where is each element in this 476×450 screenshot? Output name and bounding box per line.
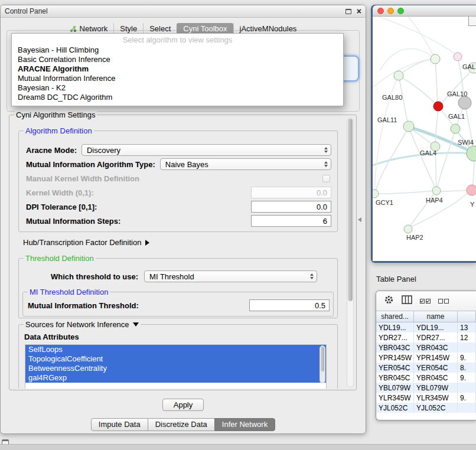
manual-kernel-label: Manual Kernel Width Definition <box>26 174 139 183</box>
attribute-item-gal4rgexp[interactable]: gal4RGexp <box>25 373 326 383</box>
network-node-hap4-node[interactable] <box>432 187 441 195</box>
algorithm-option-bayesian-hill-climbing[interactable]: Bayesian - Hill Climbing <box>12 45 343 55</box>
close-window-icon[interactable]: × <box>357 7 361 15</box>
algorithm-option-aracne-algorithm[interactable]: ARACNE Algorithm <box>12 64 343 74</box>
table-row[interactable]: YDL19...YDL19...13 <box>376 322 476 332</box>
attribute-item-betweennesscentrality[interactable]: BetweennessCentrality <box>25 364 326 373</box>
table-row[interactable]: YBL079WYBL079W <box>376 383 476 393</box>
apply-button[interactable]: Apply <box>162 399 204 411</box>
network-node-node-pink-right[interactable] <box>467 185 476 195</box>
settings-scrollbar[interactable] <box>347 118 354 387</box>
table-row[interactable]: YER054CYER054C8. <box>376 363 476 373</box>
network-node-label: SWI4 <box>458 139 474 146</box>
table-cell: YBR045C <box>414 373 458 383</box>
network-node-label: HAP4 <box>426 197 443 204</box>
algorithm-option-dream8-dc-tdc-algorithm[interactable]: Dream8 DC_TDC Algorithm <box>12 93 343 102</box>
tab-label: Network <box>80 24 108 34</box>
network-node-label: Y <box>470 201 475 208</box>
column-header-shared[interactable]: shared... <box>376 311 414 322</box>
column-header-name[interactable]: name <box>414 311 458 322</box>
kernel-width-field[interactable]: 0.0 <box>251 187 331 198</box>
attributes-scrollbar[interactable] <box>319 345 325 383</box>
table-cell: YDL19... <box>376 322 414 332</box>
bottom-tab-impute-data[interactable]: Impute Data <box>91 418 148 431</box>
attr-items: SelfLoopsTopologicalCoefficientBetweenne… <box>25 345 326 383</box>
dpi-tolerance-value: 0.0 <box>317 203 327 211</box>
sources-group-title-text: Sources for Network Inference <box>25 320 129 329</box>
table-row[interactable]: YBR043CYBR043C <box>376 343 476 353</box>
network-node-swi4[interactable] <box>467 146 476 161</box>
network-node-label: GAL11 <box>377 116 397 123</box>
zoom-traffic-light[interactable] <box>397 8 404 14</box>
table-cell: YBL079W <box>414 383 458 393</box>
algorithm-dropdown-popup: Select algorithm to view settings Bayesi… <box>11 33 344 106</box>
which-threshold-combo[interactable]: MI Threshold <box>144 270 317 282</box>
mi-threshold-value: 0.5 <box>315 301 325 310</box>
bottom-tabs: Impute DataDiscretize DataInfer Network <box>1 418 366 431</box>
control-panel-titlebar[interactable]: Control Panel × <box>1 5 366 18</box>
dpi-tolerance-row: DPI Tolerance [0,1]: 0.0 <box>26 201 331 213</box>
algorithm-option-basic-correlation-inference[interactable]: Basic Correlation Inference <box>12 55 343 64</box>
kernel-width-value: 0.0 <box>317 188 327 197</box>
column-header-extra[interactable] <box>458 311 476 322</box>
table-row[interactable]: YLR345WYLR345W9. <box>376 393 476 403</box>
network-node-gal11[interactable] <box>403 121 414 132</box>
attributes-scrollbar-thumb[interactable] <box>321 347 324 371</box>
desktop: Control Panel × NetworkStyleSelectCyni T… <box>0 0 476 450</box>
network-node-node-gray[interactable] <box>458 96 471 109</box>
network-canvas[interactable]: GAL80GAL10GAL11GAL1SWI4GAL4GALGCY1HAP4HA… <box>373 17 476 261</box>
sources-group-title[interactable]: Sources for Network Inference <box>24 320 141 329</box>
table-row[interactable]: YJL052CYJL052C <box>376 403 476 413</box>
network-window-titlebar[interactable] <box>373 5 476 17</box>
table-cell <box>458 403 476 413</box>
float-window-icon[interactable] <box>345 9 351 14</box>
table-cell: 13 <box>458 322 476 332</box>
table-cell: YJL052C <box>414 403 458 413</box>
aracne-mode-combo[interactable]: Discovery <box>81 144 331 156</box>
network-edge <box>409 129 436 189</box>
split-collapse-handle[interactable] <box>358 217 361 222</box>
table-cell: 9. <box>458 393 476 403</box>
hub-definition-toggle[interactable]: Hub/Transcription Factor Definition <box>23 238 149 247</box>
mi-threshold-field[interactable]: 0.5 <box>249 299 330 311</box>
data-attributes-list[interactable]: SelfLoopsTopologicalCoefficientBetweenne… <box>25 344 327 389</box>
table-row[interactable]: YBR045CYBR045C9. <box>376 373 476 383</box>
network-node-node-top-mid[interactable] <box>431 54 440 64</box>
attribute-item-selfloops[interactable]: SelfLoops <box>25 345 326 354</box>
table-cell <box>458 383 476 393</box>
table-cell: YDR27... <box>376 332 414 343</box>
collapse-arrow-icon <box>133 322 139 327</box>
algorithm-option-mutual-information-inference[interactable]: Mutual Information Inference <box>12 74 343 83</box>
select-all-icon[interactable] <box>420 299 431 304</box>
network-node-hap2-node[interactable] <box>404 225 412 233</box>
network-node-node-pink-top[interactable] <box>454 53 462 61</box>
mi-steps-field[interactable]: 6 <box>251 215 331 227</box>
attribute-item-topologicalcoefficient[interactable]: TopologicalCoefficient <box>25 354 326 364</box>
dpi-tolerance-label: DPI Tolerance [0,1]: <box>26 203 97 211</box>
mi-type-combo[interactable]: Naive Bayes <box>160 158 331 170</box>
bottom-tab-infer-network[interactable]: Infer Network <box>214 418 275 431</box>
algorithm-option-bayesian-k2[interactable]: Bayesian - K2 <box>12 83 343 93</box>
which-threshold-row: Which threshold to use: MI Threshold <box>51 270 317 282</box>
threshold-definition-title-text: Threshold Definition <box>25 254 94 263</box>
network-node-gal1[interactable] <box>451 124 460 133</box>
table-row[interactable]: YPR145WYPR145W9. <box>376 353 476 363</box>
gear-icon[interactable] <box>384 295 394 307</box>
network-edge <box>399 76 438 106</box>
network-edge <box>435 59 438 105</box>
network-node-gal10[interactable] <box>433 102 443 111</box>
birdseye-toggle[interactable] <box>468 17 476 26</box>
dpi-tolerance-field[interactable]: 0.0 <box>251 201 331 213</box>
table-row[interactable]: YDR27...YDR27...12 <box>376 332 476 343</box>
close-traffic-light[interactable] <box>377 8 384 14</box>
show-columns-icon[interactable] <box>402 295 412 306</box>
network-node-gcy1-node[interactable] <box>373 190 379 198</box>
network-tab-icon <box>70 25 77 32</box>
minimize-traffic-light[interactable] <box>387 8 394 14</box>
manual-kernel-checkbox[interactable] <box>322 175 330 182</box>
deselect-all-icon[interactable] <box>438 299 449 304</box>
network-node-gal80[interactable] <box>394 71 403 80</box>
aracne-mode-value: Discovery <box>87 146 324 155</box>
settings-scrollbar-thumb[interactable] <box>348 119 353 301</box>
bottom-tab-discretize-data[interactable]: Discretize Data <box>148 418 215 431</box>
